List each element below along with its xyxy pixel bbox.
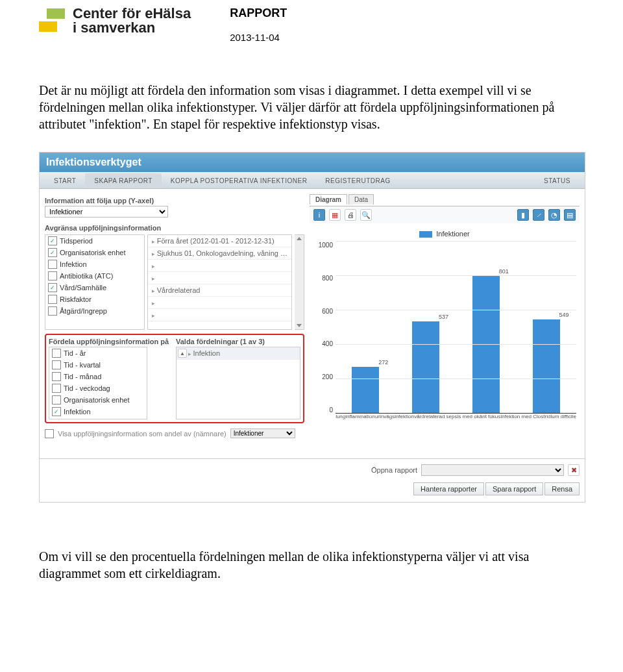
open-report-label: Öppna rapport xyxy=(371,466,417,474)
distribution-item[interactable]: Tid - veckodag xyxy=(49,382,147,394)
tab-register[interactable]: REGISTERUTDRAG xyxy=(316,173,399,188)
filter-heading: Avgränsa uppföljningsinformation xyxy=(45,224,304,232)
logo: Center för eHälsa i samverkan xyxy=(39,6,191,35)
distribution-selected-heading: Valda fördelningar (1 av 3) xyxy=(176,338,300,345)
checkbox[interactable] xyxy=(52,372,61,381)
spara-rapport-button[interactable]: Spara rapport xyxy=(485,482,543,495)
report-date: 2013-11-04 xyxy=(230,32,287,43)
chart-line-icon[interactable]: ⟋ xyxy=(533,209,544,221)
checkbox[interactable] xyxy=(48,295,57,304)
chart-y-axis: 10008006004002000 xyxy=(313,242,336,423)
percent-checkbox[interactable] xyxy=(45,429,54,438)
checkbox[interactable] xyxy=(52,384,61,393)
checkbox[interactable] xyxy=(48,283,57,292)
filter-value-row[interactable] xyxy=(148,309,291,321)
chart-table-icon[interactable]: ▤ xyxy=(564,209,576,221)
open-report-select[interactable] xyxy=(421,464,564,476)
tab-skapa-rapport[interactable]: SKAPA RAPPORT xyxy=(85,173,162,188)
export-excel-icon[interactable]: ▦ xyxy=(329,209,341,221)
filter-item[interactable]: Åtgärd/Ingrepp xyxy=(45,305,144,317)
checkbox[interactable] xyxy=(48,271,57,280)
filter-value-row[interactable] xyxy=(148,297,291,309)
tab-koppla[interactable]: KOPPLA POSTOPERATIVA INFEKTIONER xyxy=(162,173,317,188)
view-tab-data[interactable]: Data xyxy=(348,194,374,205)
yaxis-select[interactable]: Infektioner xyxy=(45,206,168,218)
chart-legend: Infektioner xyxy=(313,230,576,238)
yaxis-heading: Information att följa upp (Y-axel) xyxy=(45,197,304,205)
distribution-highlight: Fördela uppföljningsinformation på Tid -… xyxy=(45,334,304,423)
filter-item[interactable]: Riskfaktor xyxy=(45,293,144,305)
chart: Infektioner 10008006004002000 2725378015… xyxy=(310,223,580,427)
checkbox[interactable] xyxy=(52,349,61,358)
filter-item[interactable]: Antibiotika (ATC) xyxy=(45,270,144,282)
distribution-item[interactable]: Organisatorisk enhet xyxy=(49,394,147,406)
zoom-icon[interactable]: 🔍 xyxy=(360,209,372,221)
scrollbar[interactable] xyxy=(295,234,304,330)
filter-item[interactable]: Infektion xyxy=(45,258,144,270)
filter-item[interactable]: Tidsperiod xyxy=(45,235,144,247)
document-header: Center för eHälsa i samverkan RAPPORT 20… xyxy=(39,6,584,43)
filter-value-row[interactable] xyxy=(148,272,291,284)
checkbox[interactable] xyxy=(48,306,57,316)
logo-text-line2: i samverkan xyxy=(73,21,191,35)
intro-paragraph: Det är nu möjligt att fördela den inform… xyxy=(39,82,584,132)
filter-value-row[interactable]: Vårdrelaterad xyxy=(148,284,291,297)
checkbox[interactable] xyxy=(52,360,61,369)
filter-value-list[interactable]: Förra året (2012-01-01 - 2012-12-31)Sjuk… xyxy=(147,234,292,330)
chart-bar: 549 xyxy=(533,319,560,414)
chart-bar: 537 xyxy=(412,321,439,414)
checkbox[interactable] xyxy=(48,260,57,269)
checkbox[interactable] xyxy=(52,395,61,404)
checkbox[interactable] xyxy=(52,407,61,416)
app-nav: START SKAPA RAPPORT KOPPLA POSTOPERATIVA… xyxy=(40,172,585,189)
chart-x-axis: lunginflammationurinvägsinfektionvårdrel… xyxy=(336,414,576,423)
filter-item[interactable]: Organisatorisk enhet xyxy=(45,247,144,258)
chart-pie-icon[interactable]: ◔ xyxy=(548,209,560,221)
app-title: Infektionsverktyget xyxy=(40,153,585,172)
distribution-item[interactable]: Tid - månad xyxy=(49,371,147,382)
print-icon[interactable]: 🖨 xyxy=(345,209,356,221)
move-up-icon[interactable]: ▲ xyxy=(178,349,187,358)
filter-list[interactable]: TidsperiodOrganisatorisk enhetInfektionA… xyxy=(45,234,145,330)
outro-paragraph: Om vi vill se den procentuella fördelnin… xyxy=(39,548,584,582)
distribution-heading: Fördela uppföljningsinformation på xyxy=(49,338,172,345)
tab-start[interactable]: START xyxy=(45,173,85,188)
rensa-button[interactable]: Rensa xyxy=(544,482,580,495)
view-tab-diagram[interactable]: Diagram xyxy=(310,194,347,205)
distribution-list[interactable]: Tid - årTid - kvartalTid - månadTid - ve… xyxy=(49,347,147,419)
report-label: RAPPORT xyxy=(230,6,287,20)
distribution-item[interactable]: Tid - år xyxy=(49,347,147,359)
distribution-item[interactable]: Infektion xyxy=(49,406,147,417)
filter-value-row[interactable]: Förra året (2012-01-01 - 2012-12-31) xyxy=(148,235,291,247)
filter-item[interactable]: Vård/Samhälle xyxy=(45,282,144,293)
checkbox[interactable] xyxy=(48,248,57,257)
percent-label: Visa uppföljningsinformation som andel a… xyxy=(58,430,226,438)
filter-value-row[interactable] xyxy=(148,260,291,272)
logo-mark xyxy=(39,7,66,34)
info-icon[interactable]: i xyxy=(313,209,325,221)
filter-value-row[interactable]: Sjukhus 01, Onkologavdelning, våning 10,… xyxy=(148,247,291,260)
percent-select[interactable]: Infektioner xyxy=(230,429,295,438)
checkbox[interactable] xyxy=(48,236,57,245)
tab-status[interactable]: STATUS xyxy=(535,173,580,188)
distribution-value-list[interactable]: ▲ Infektion xyxy=(176,347,300,419)
distribution-item[interactable]: Tid - kvartal xyxy=(49,359,147,371)
hantera-rapporter-button[interactable]: Hantera rapporter xyxy=(413,482,484,495)
app-screenshot: Infektionsverktyget START SKAPA RAPPORT … xyxy=(39,152,585,503)
chart-plot: 272537801549 xyxy=(336,242,576,414)
chart-bar-icon[interactable]: ▮ xyxy=(517,209,529,221)
delete-report-icon[interactable]: ✖ xyxy=(568,464,580,476)
chart-bar: 272 xyxy=(352,367,379,414)
